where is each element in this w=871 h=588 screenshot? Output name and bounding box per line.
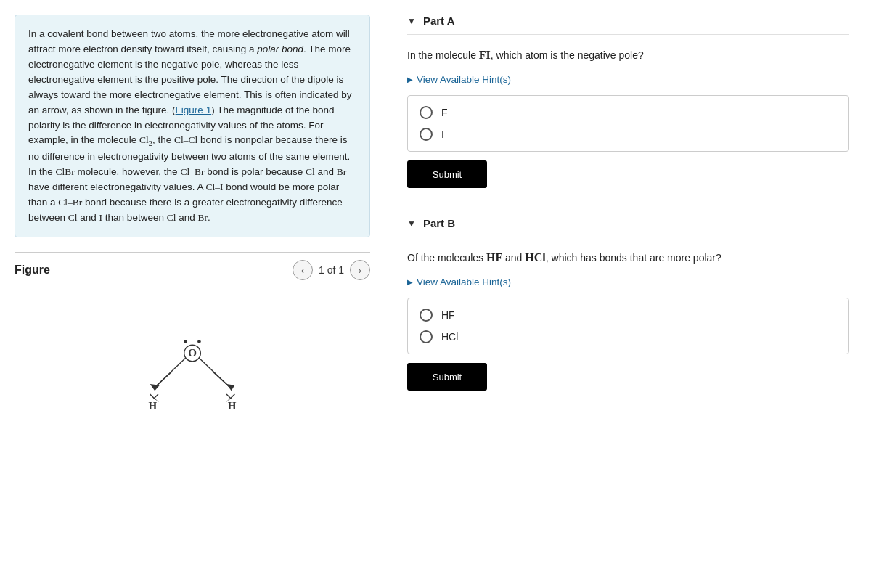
next-figure-button[interactable]: › bbox=[350, 260, 370, 280]
part-b-option-hf: HF bbox=[420, 309, 837, 322]
part-a-hint-link[interactable]: View Available Hint(s) bbox=[407, 74, 849, 85]
part-a-question: In the molecule FI, which atom is the ne… bbox=[407, 46, 849, 64]
svg-text:H: H bbox=[149, 400, 158, 412]
svg-marker-6 bbox=[150, 384, 160, 391]
part-a-radio-f[interactable] bbox=[420, 106, 433, 119]
part-b-section: ▼ Part B Of the molecules HF and HCl, wh… bbox=[407, 210, 849, 391]
figure-image-area: O H bbox=[15, 295, 370, 425]
svg-text:O: O bbox=[188, 348, 197, 359]
part-a-answer-box: F I bbox=[407, 95, 849, 152]
part-b-option-hcl: HCl bbox=[420, 330, 837, 343]
part-a-option-i: I bbox=[420, 128, 837, 141]
part-b-label-hcl: HCl bbox=[441, 331, 458, 343]
svg-point-3 bbox=[197, 340, 201, 344]
part-b-submit-button[interactable]: Submit bbox=[407, 363, 487, 391]
molecule-fi: FI bbox=[479, 49, 491, 61]
svg-marker-13 bbox=[226, 384, 234, 391]
figure1-link[interactable]: Figure 1 bbox=[176, 105, 212, 115]
part-b-radio-hcl[interactable] bbox=[420, 330, 433, 343]
molecule-hf: HF bbox=[486, 251, 502, 264]
svg-line-5 bbox=[156, 372, 172, 386]
figure-title: Figure bbox=[15, 264, 50, 277]
part-a-title: Part A bbox=[423, 15, 455, 27]
part-b-hint-link[interactable]: View Available Hint(s) bbox=[407, 277, 849, 287]
figure-nav: ‹ 1 of 1 › bbox=[293, 260, 370, 280]
part-a-label-i: I bbox=[441, 128, 444, 140]
figure-counter: 1 of 1 bbox=[319, 264, 344, 276]
molecule-hcl: HCl bbox=[525, 251, 545, 264]
right-panel: ▼ Part A In the molecule FI, which atom … bbox=[385, 0, 871, 588]
svg-point-2 bbox=[184, 340, 187, 344]
svg-text:H: H bbox=[228, 400, 237, 412]
part-b-title: Part B bbox=[423, 217, 455, 229]
part-a-chevron: ▼ bbox=[407, 16, 416, 26]
part-a-option-f: F bbox=[420, 106, 837, 119]
part-b-label-hf: HF bbox=[441, 309, 455, 321]
part-a-submit-button[interactable]: Submit bbox=[407, 160, 487, 188]
part-b-radio-hf[interactable] bbox=[420, 309, 433, 322]
part-b-answer-box: HF HCl bbox=[407, 298, 849, 354]
part-b-chevron: ▼ bbox=[407, 219, 416, 229]
svg-line-12 bbox=[213, 372, 229, 386]
part-a-radio-i[interactable] bbox=[420, 128, 433, 141]
reading-box: In a covalent bond between two atoms, th… bbox=[15, 15, 370, 237]
part-a-label-f: F bbox=[441, 107, 448, 118]
prev-figure-button[interactable]: ‹ bbox=[293, 260, 313, 280]
figure-section: Figure ‹ 1 of 1 › O bbox=[15, 252, 370, 425]
part-a-header: ▼ Part A bbox=[407, 7, 849, 35]
part-b-header: ▼ Part B bbox=[407, 210, 849, 237]
part-a-section: ▼ Part A In the molecule FI, which atom … bbox=[407, 7, 849, 188]
figure-header: Figure ‹ 1 of 1 › bbox=[15, 260, 370, 280]
molecule-diagram: O H bbox=[120, 302, 265, 418]
left-panel: In a covalent bond between two atoms, th… bbox=[0, 0, 385, 588]
reading-text: In a covalent bond between two atoms, th… bbox=[28, 27, 356, 225]
part-b-question: Of the molecules HF and HCl, which has b… bbox=[407, 249, 849, 266]
